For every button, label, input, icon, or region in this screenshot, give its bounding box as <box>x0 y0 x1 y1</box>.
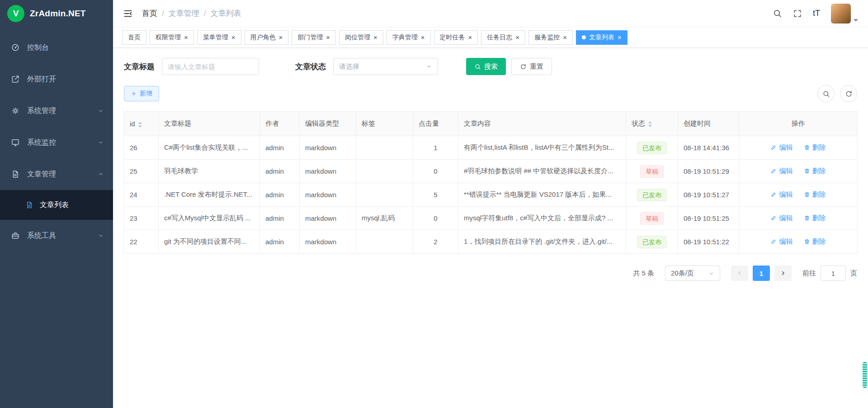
cell-id: 26 <box>124 136 159 160</box>
tab-post-mgmt[interactable]: 岗位管理× <box>339 30 383 45</box>
delete-link[interactable]: 删除 <box>804 167 826 176</box>
fullscreen-icon[interactable] <box>793 9 802 18</box>
sidebar-item-system-mgmt[interactable]: 系统管理 <box>0 95 113 127</box>
cell-tag <box>356 160 413 183</box>
external-link-icon <box>11 75 20 84</box>
edit-link[interactable]: 编辑 <box>770 143 793 152</box>
tab-dict-mgmt[interactable]: 字典管理× <box>387 30 431 45</box>
tab-home[interactable]: 首页 <box>122 30 146 45</box>
close-icon[interactable]: × <box>563 34 567 41</box>
plus-icon <box>131 90 137 97</box>
close-icon[interactable]: × <box>515 34 519 41</box>
scrollbar-thumb[interactable] <box>863 362 867 388</box>
logo: V ZrAdmin.NET <box>0 0 113 27</box>
user-menu[interactable] <box>831 4 858 24</box>
tab-dept-mgmt[interactable]: 部门管理× <box>292 30 336 45</box>
refresh-table-button[interactable] <box>840 85 857 102</box>
dashboard-icon <box>11 43 20 52</box>
status-badge: 已发布 <box>637 236 667 248</box>
tab-label: 服务监控 <box>534 33 560 42</box>
col-header-status[interactable]: 状态 <box>626 112 678 136</box>
tags-bar: 首页 权限管理× 菜单管理× 用户角色× 部门管理× 岗位管理× 字典管理× 定… <box>113 27 868 48</box>
next-page-button[interactable] <box>774 266 792 281</box>
tab-label: 首页 <box>128 33 141 42</box>
edit-link[interactable]: 编辑 <box>770 167 793 176</box>
close-icon[interactable]: × <box>373 34 377 41</box>
font-size-icon[interactable]: tT <box>813 9 820 18</box>
cell-created: 08-18 14:41:36 <box>678 136 739 160</box>
search-button-label: 搜索 <box>484 62 498 71</box>
sort-carets-icon[interactable] <box>138 122 142 128</box>
page-number-button[interactable]: 1 <box>753 266 770 281</box>
cell-status: 草稿 <box>626 160 678 183</box>
tab-cron-job[interactable]: 定时任务× <box>434 30 478 45</box>
delete-link[interactable]: 删除 <box>804 190 826 199</box>
goto-label: 前往 <box>802 269 816 278</box>
refresh-icon <box>520 63 527 70</box>
sidebar-item-article-list[interactable]: 文章列表 <box>0 190 113 220</box>
tab-permission-mgmt[interactable]: 权限管理× <box>150 30 194 45</box>
close-icon[interactable]: × <box>326 34 330 41</box>
tab-service-monitor[interactable]: 服务监控× <box>528 30 573 45</box>
close-icon[interactable]: × <box>184 34 188 41</box>
reset-button[interactable]: 重置 <box>511 58 552 75</box>
close-icon[interactable]: × <box>421 34 425 41</box>
search-icon[interactable] <box>773 9 782 18</box>
tab-label: 岗位管理 <box>345 33 370 42</box>
breadcrumb-home[interactable]: 首页 <box>142 8 157 19</box>
toggle-search-button[interactable] <box>817 85 835 102</box>
close-icon[interactable]: × <box>231 34 236 41</box>
select-placeholder: 请选择 <box>339 62 359 71</box>
search-button[interactable]: 搜索 <box>466 58 506 75</box>
sidebar-fold-icon[interactable] <box>123 9 133 19</box>
sidebar-item-article-mgmt[interactable]: 文章管理 <box>0 158 113 190</box>
delete-link[interactable]: 删除 <box>804 143 826 152</box>
articles-table: id 文章标题 作者 编辑器类型 标签 点击量 文章内容 状态 创建时间 操作 … <box>124 111 858 254</box>
cell-tag <box>356 230 413 254</box>
delete-link[interactable]: 删除 <box>804 237 826 246</box>
add-button[interactable]: 新增 <box>124 86 159 101</box>
edit-link[interactable]: 编辑 <box>770 237 793 246</box>
edit-link[interactable]: 编辑 <box>770 190 793 199</box>
cell-id: 25 <box>124 160 159 183</box>
sidebar-item-system-monitor[interactable]: 系统监控 <box>0 127 113 158</box>
app-title: ZrAdmin.NET <box>30 9 86 19</box>
article-status-select[interactable]: 请选择 <box>333 58 438 75</box>
avatar[interactable] <box>831 4 851 24</box>
cell-actions: 编辑 删除 <box>739 136 858 160</box>
cell-content: 1，找到项目所在目录下的 .git/文件夹，进入.git/... <box>458 230 626 254</box>
article-title-input[interactable] <box>162 58 259 75</box>
breadcrumb-article-list[interactable]: 文章列表 <box>210 8 241 19</box>
cell-title: git 为不同的项目设置不同... <box>159 230 260 254</box>
prev-page-button[interactable] <box>731 266 748 281</box>
page-size-select[interactable]: 20条/页 <box>665 266 720 281</box>
search-icon <box>474 63 481 70</box>
cell-tag: mysql,乱码 <box>356 207 413 230</box>
delete-link[interactable]: 删除 <box>804 214 826 223</box>
col-header-id[interactable]: id <box>124 112 159 136</box>
sidebar-item-external-open[interactable]: 外部打开 <box>0 63 113 95</box>
tab-article-list[interactable]: 文章列表× <box>576 30 627 45</box>
sidebar-item-dashboard[interactable]: 控制台 <box>0 32 113 63</box>
col-header-created: 创建时间 <box>678 112 739 136</box>
edit-link[interactable]: 编辑 <box>770 214 793 223</box>
sidebar-item-label: 控制台 <box>27 43 49 52</box>
close-icon[interactable]: × <box>618 34 622 41</box>
search-icon <box>822 90 830 98</box>
breadcrumb-article-mgmt[interactable]: 文章管理 <box>169 8 199 19</box>
goto-page-input[interactable] <box>821 266 846 281</box>
tab-user-role[interactable]: 用户角色× <box>245 30 289 45</box>
cell-tag <box>356 136 413 160</box>
col-header-title: 文章标题 <box>159 112 260 136</box>
tab-job-log[interactable]: 任务日志× <box>481 30 525 45</box>
sidebar-item-system-tools[interactable]: 系统工具 <box>0 220 113 251</box>
tab-label: 任务日志 <box>487 33 512 42</box>
sidebar-item-label: 系统管理 <box>27 106 56 116</box>
tab-menu-mgmt[interactable]: 菜单管理× <box>197 30 241 45</box>
topbar: 首页 / 文章管理 / 文章列表 tT <box>113 0 868 27</box>
sort-carets-icon[interactable] <box>648 121 652 127</box>
close-icon[interactable]: × <box>468 34 472 41</box>
close-icon[interactable]: × <box>279 34 283 41</box>
cell-author: admin <box>260 230 300 254</box>
chevron-up-icon <box>98 171 104 177</box>
